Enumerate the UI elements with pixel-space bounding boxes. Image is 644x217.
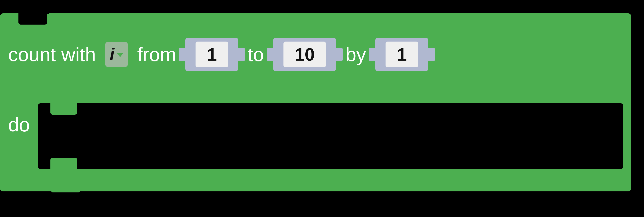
- to-value-input[interactable]: 10: [284, 41, 326, 67]
- do-content-slot: [38, 103, 623, 169]
- to-label: to: [248, 43, 264, 66]
- to-value-block[interactable]: 10: [273, 38, 336, 71]
- variable-name: i: [110, 44, 114, 64]
- do-label: do: [8, 103, 30, 136]
- by-value-input[interactable]: 1: [386, 41, 418, 67]
- from-label: from: [137, 43, 176, 66]
- variable-dropdown[interactable]: i: [105, 42, 128, 67]
- by-label: by: [345, 43, 366, 66]
- by-value-block[interactable]: 1: [375, 38, 428, 71]
- dropdown-arrow-icon: [117, 53, 124, 57]
- top-connector: [18, 13, 47, 24]
- count-block: count with i from 1 to: [0, 13, 631, 192]
- block-bottom-connector: [51, 184, 80, 193]
- count-with-label: count with: [8, 43, 96, 66]
- from-value-input[interactable]: 1: [196, 41, 228, 67]
- from-value-block[interactable]: 1: [185, 38, 238, 71]
